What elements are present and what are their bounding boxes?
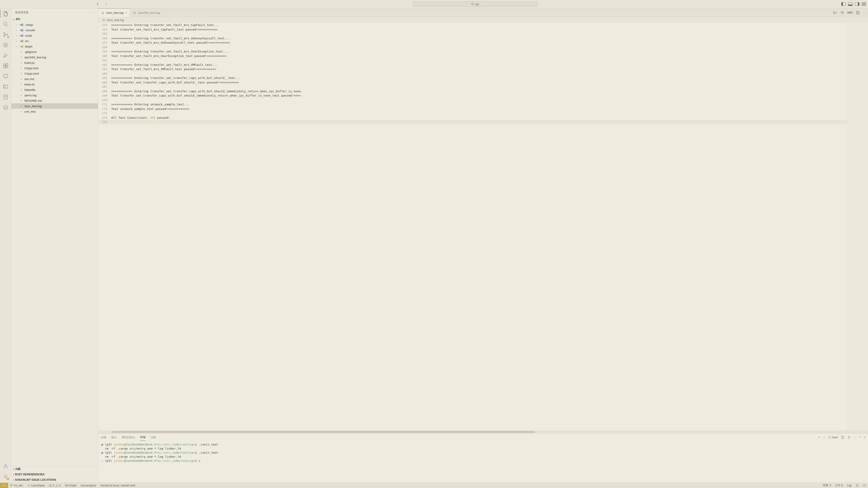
file-row[interactable]: ▪.gitignore — [11, 49, 98, 55]
file-row[interactable]: ▪README.md — [11, 98, 98, 103]
horizontal-scrollbar[interactable] — [98, 431, 868, 433]
panel-tab[interactable]: 调试控制台 — [122, 434, 135, 441]
split-terminal-icon[interactable] — [841, 436, 844, 439]
new-terminal-icon[interactable]: + — [818, 436, 820, 439]
file-row[interactable]: ▪aarch64_test.log — [11, 55, 98, 60]
folder-row[interactable]: ›▸◧.cargo — [11, 22, 98, 27]
explorer-icon[interactable] — [2, 11, 9, 17]
settings-gear-icon[interactable]: 1 — [2, 474, 9, 480]
line-number: 158 — [98, 45, 111, 50]
nav-back-button[interactable] — [95, 1, 101, 7]
close-tab-icon[interactable]: × — [125, 11, 127, 14]
line-number: 174 — [98, 116, 111, 120]
sidebar-section-header[interactable]: ›大纲 — [11, 466, 98, 472]
launchpad-status[interactable]: Launchpad — [25, 484, 46, 487]
extensions-icon[interactable] — [2, 63, 9, 69]
feedback-icon[interactable] — [854, 484, 861, 487]
code-line: 172Test unimock_sample_test passed!<<<<<… — [98, 107, 848, 111]
close-panel-icon[interactable]: × — [864, 436, 865, 439]
notifications-icon[interactable] — [861, 484, 868, 487]
file-row[interactable]: ▪Cargo.lock — [11, 65, 98, 71]
customize-layout-button[interactable] — [862, 2, 866, 6]
file-row[interactable]: ▪linker.ld — [11, 82, 98, 87]
remote-explorer-icon[interactable] — [2, 73, 9, 80]
file-row[interactable]: ▪Cargo.toml — [11, 71, 98, 76]
terminal-output[interactable]: ● (p3) jackhu@JackHudeMacBook-Pro:~/src_… — [98, 441, 868, 483]
panel-tab[interactable]: 注释 — [151, 434, 156, 441]
split-editor-icon[interactable] — [856, 11, 860, 14]
command-center-search[interactable]: ipc — [412, 1, 538, 7]
accounts-icon[interactable] — [2, 463, 9, 469]
section-label: 大纲 — [15, 467, 20, 471]
encoding-status[interactable]: UTF-8 — [833, 484, 845, 487]
folder-row[interactable]: ›▸◧src — [11, 38, 98, 44]
make-file-icon: ▪ — [20, 88, 23, 92]
hex-button[interactable]: HEX — [847, 11, 853, 14]
branch-status[interactable]: mi_dev — [8, 484, 25, 487]
chevron-right-icon: › — [16, 34, 19, 37]
line-content: >>>>>>>>>>>> Entering transfer_set_fault… — [111, 36, 848, 41]
file-row[interactable]: ▪riscv_test.log — [11, 103, 98, 109]
sonarlint-icon[interactable] — [2, 104, 9, 111]
svg-line-7 — [6, 25, 8, 26]
source-control-icon[interactable] — [2, 31, 9, 38]
project-manager-icon[interactable] — [2, 84, 9, 90]
line-number: 171 — [98, 102, 111, 107]
nav-forward-button[interactable] — [103, 1, 109, 7]
gitlens-icon[interactable] — [2, 42, 9, 48]
minimap[interactable] — [848, 23, 868, 431]
chevron-right-icon: › — [13, 467, 14, 470]
run-debug-icon[interactable] — [2, 52, 9, 59]
line-content — [111, 71, 848, 76]
panel-more-icon[interactable]: ··· — [854, 436, 856, 439]
editor-tab[interactable]: ▤riscv_test.log× — [98, 8, 130, 17]
shell-label[interactable]: bash — [829, 436, 838, 439]
file-row[interactable]: ▪build.py — [11, 60, 98, 65]
line-content — [111, 58, 848, 63]
breadcrumb-file: riscv_test.log — [107, 18, 124, 22]
sidebar-section-header[interactable]: ›RUST DEPENDENCIES — [11, 472, 98, 477]
file-name: README.md — [24, 99, 42, 102]
todo-icon[interactable] — [2, 94, 9, 100]
svg-rect-4 — [862, 4, 864, 6]
file-row[interactable]: ▪qemu.log — [11, 92, 98, 98]
toggle-panel-button[interactable] — [848, 2, 852, 6]
breadcrumb[interactable]: ▤ riscv_test.log — [98, 17, 868, 23]
explorer-more-icon[interactable]: ··· — [92, 11, 94, 14]
run-button[interactable] — [833, 11, 837, 14]
terminal-dropdown-icon[interactable]: ⌄ — [823, 436, 825, 439]
toggle-primary-sidebar-button[interactable] — [841, 2, 846, 6]
more-actions-icon[interactable]: ··· — [863, 11, 865, 14]
file-row[interactable]: ▪Makefile — [11, 87, 98, 92]
remote-button[interactable] — [0, 483, 8, 488]
code-line: 165>>>>>>>>>>>> Entering transfer_set_tr… — [98, 76, 848, 80]
panel-tab[interactable]: 输出 — [111, 434, 117, 441]
folder-row[interactable]: ›▸◧.vscode — [11, 27, 98, 33]
file-row[interactable]: ▪unit_test — [11, 109, 98, 114]
sonarlint-status[interactable]: SonarLint focus: overall code — [98, 484, 137, 487]
kill-terminal-icon[interactable] — [847, 436, 850, 439]
panel-tab[interactable]: 终端 — [140, 434, 146, 441]
line-content: Test transfer_set_transfer_caps_with_buf… — [111, 93, 848, 98]
folder-row[interactable]: ›▸◧script — [11, 33, 98, 38]
history-icon[interactable] — [840, 11, 844, 14]
file-row[interactable]: ▪doc.md — [11, 76, 98, 82]
gitgraph-status[interactable]: Git Graph — [63, 484, 79, 487]
svg-rect-5 — [864, 4, 866, 6]
panel-tab[interactable]: 问题 — [101, 434, 106, 441]
toggle-secondary-sidebar-button[interactable] — [855, 2, 859, 6]
svg-point-8 — [4, 33, 5, 34]
maximize-panel-icon[interactable]: ^ — [859, 436, 861, 439]
more-icon[interactable]: ··· — [2, 115, 9, 121]
folder-row[interactable]: ›▸◧target — [11, 44, 98, 49]
rust-analyzer-status[interactable]: rust-analyzer — [79, 484, 98, 487]
sidebar-section-header[interactable]: ›SONARLINT ISSUE LOCATIONS — [11, 477, 98, 483]
problems-status[interactable]: 0 0 — [46, 484, 63, 487]
editor-content[interactable]: 153>>>>>>>>>>>> Entering transfer_set_fa… — [98, 23, 848, 431]
project-header[interactable]: ⌄ IPC — [11, 17, 98, 22]
language-status[interactable]: Log — [845, 484, 854, 487]
indent-status[interactable]: 空格: 3 — [821, 484, 833, 487]
search-activity-icon[interactable] — [2, 21, 9, 27]
warning-count: 0 — [59, 484, 61, 487]
editor-tab[interactable]: ▤aarch64_test.log — [130, 8, 163, 17]
